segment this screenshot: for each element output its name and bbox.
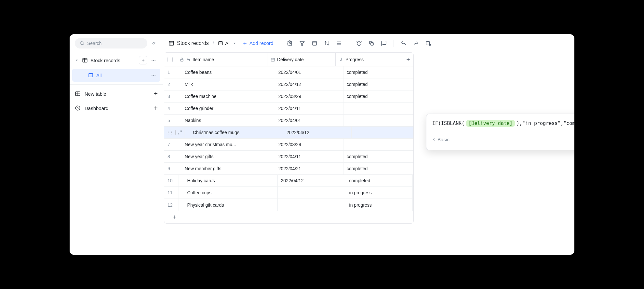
cell-item[interactable]: Holiday cards [179,175,278,186]
row-number-cell[interactable]: 9 [164,163,176,174]
cell-item[interactable]: Coffee beans [176,66,275,78]
column-header-progress[interactable]: Progress [336,53,402,66]
cell-progress[interactable]: completed [343,163,410,174]
add-row-button[interactable] [164,214,184,220]
comment-button[interactable] [381,40,387,47]
cell-item[interactable]: Coffee cups [179,187,278,199]
table-row[interactable]: 12Physical gift cardsin progress [164,199,413,211]
drag-handle-icon[interactable]: ⋮⋮ [166,130,173,135]
cell-item[interactable]: New year christmas mu... [176,139,275,150]
view-more-button[interactable] [149,71,158,79]
formula-input[interactable]: IF(ISBLANK( [Delivery date] ),"in progre… [426,114,574,130]
cell-progress[interactable]: completed [346,175,413,186]
cell-progress[interactable]: completed [343,90,410,102]
filter-button[interactable] [299,40,305,47]
copy-button[interactable] [368,40,375,47]
cell-item[interactable]: Christmas coffee mugs [184,127,283,138]
cell-item[interactable]: New member gifts [176,163,275,174]
copy-icon [369,40,374,46]
column-header-item[interactable]: Item name [176,53,267,66]
cell-progress[interactable] [343,115,410,126]
table-row[interactable]: 8New year gifts2022/04/11completed [164,151,413,163]
cell-item[interactable]: Coffee machine [176,90,275,102]
table-row[interactable]: 10Holiday cards2022/04/12completed [164,175,413,187]
cell-date[interactable]: 2022/04/12 [278,175,346,186]
row-number-cell[interactable]: ⋮⋮ [164,127,184,138]
cell-item[interactable]: Coffee grinder [176,103,275,114]
cell-progress[interactable] [343,139,410,150]
table-more-button[interactable] [149,56,158,64]
row-number-cell[interactable]: 12 [164,199,179,211]
row-number-cell[interactable]: 4 [164,103,176,114]
find-button[interactable] [425,40,432,47]
cell-item[interactable]: Physical gift cards [179,199,278,211]
add-view-button[interactable] [139,56,147,64]
cell-date[interactable] [278,187,346,199]
sidebar-table-row[interactable]: Stock records [72,54,160,67]
select-all-cell[interactable] [164,53,176,66]
svg-point-31 [289,42,291,44]
cell-date[interactable]: 2022/04/12 [275,78,343,90]
row-number-cell[interactable]: 3 [164,90,176,102]
formula-field-chip[interactable]: [Delivery date] [466,120,515,127]
cell-date[interactable]: 2022/04/01 [275,115,343,126]
table-row[interactable]: 5Napkins2022/04/01 [164,115,413,127]
sidebar-view-all[interactable]: All [72,69,160,82]
sidebar-new-table[interactable]: New table + [70,87,163,101]
settings-button[interactable] [287,40,293,47]
group-button[interactable] [311,40,318,47]
cell-progress[interactable]: completed [343,151,410,162]
row-number-cell[interactable]: 1 [164,66,176,78]
formula-basic-mode-button[interactable]: Basic [432,137,449,142]
new-table-plus[interactable]: + [154,90,158,98]
cell-progress[interactable] [352,127,418,138]
cell-date[interactable]: 2022/04/11 [275,103,343,114]
row-number-cell[interactable]: 2 [164,78,176,90]
cell-progress[interactable]: in progress [346,187,413,199]
cell-progress[interactable] [343,103,410,114]
row-height-button[interactable] [336,40,342,47]
table-row[interactable]: 7New year christmas mu...2022/03/29 [164,139,413,151]
column-header-date[interactable]: Delivery date [267,53,336,66]
table-row[interactable]: 11Coffee cupsin progress [164,187,413,199]
table-row[interactable]: 4Coffee grinder2022/04/11 [164,103,413,115]
cell-progress[interactable]: completed [343,66,410,78]
expand-row-icon[interactable] [178,130,182,135]
row-number-cell[interactable]: 8 [164,151,176,162]
table-row[interactable]: 2Milk2022/04/12completed [164,78,413,90]
cell-date[interactable]: 2022/04/21 [275,163,343,174]
add-column-button[interactable] [402,53,414,66]
table-row[interactable]: 1Coffee beans2022/04/01completed [164,66,413,78]
row-number-cell[interactable]: 7 [164,139,176,150]
add-record-button[interactable]: Add record [242,40,273,46]
cell-date[interactable]: 2022/03/29 [275,139,343,150]
cell-item[interactable]: Napkins [176,115,275,126]
table-row[interactable]: 9New member gifts2022/04/21completed [164,163,413,175]
checkbox[interactable] [168,57,173,62]
row-number-cell[interactable]: 11 [164,187,179,199]
search-input[interactable]: Search [75,38,147,48]
cell-item[interactable]: Milk [176,78,275,90]
cell-item[interactable]: New year gifts [176,151,275,162]
cell-progress[interactable]: in progress [346,199,413,211]
cell-progress[interactable]: completed [343,78,410,90]
undo-button[interactable] [400,40,407,47]
sort-button[interactable] [324,40,330,47]
redo-button[interactable] [413,40,419,47]
view-selector[interactable]: All [218,40,236,46]
table-row[interactable]: 3Coffee machine2022/03/29completed [164,90,413,103]
table-row[interactable]: ⋮⋮Christmas coffee mugs2022/04/12 [164,127,413,139]
checkbox[interactable] [175,130,176,135]
dashboard-label: Dashboard [85,105,108,111]
dashboard-plus[interactable]: + [154,104,158,112]
reminder-button[interactable] [356,40,362,47]
collapse-sidebar-button[interactable] [150,39,158,47]
cell-date[interactable] [278,199,346,211]
cell-date[interactable]: 2022/03/29 [275,90,343,102]
row-number-cell[interactable]: 10 [164,175,179,186]
cell-date[interactable]: 2022/04/11 [275,151,343,162]
cell-date[interactable]: 2022/04/01 [275,66,343,78]
row-number-cell[interactable]: 5 [164,115,176,126]
cell-date[interactable]: 2022/04/12 [283,127,352,138]
sidebar-dashboard[interactable]: Dashboard + [70,101,163,115]
